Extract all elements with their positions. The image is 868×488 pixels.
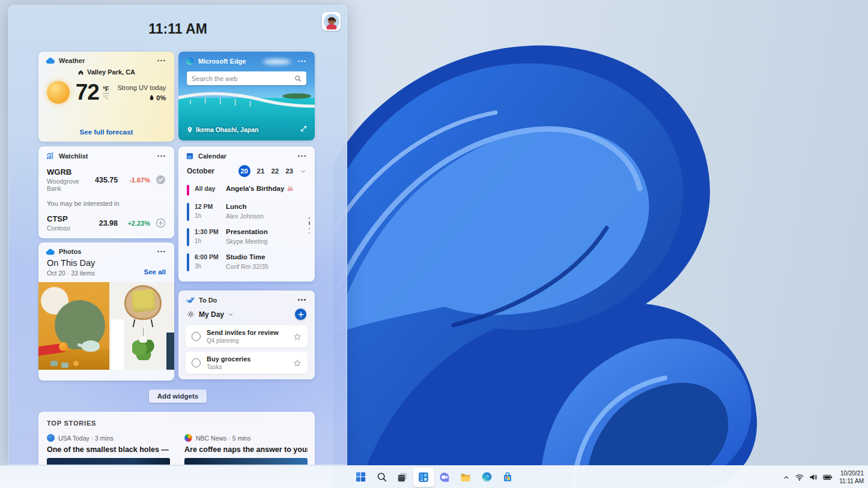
- weather-condition: Strong UV today: [118, 84, 166, 91]
- tray-chevron-up-icon[interactable]: [782, 473, 791, 481]
- story-image[interactable]: [47, 458, 170, 465]
- widget-title: To Do: [199, 297, 217, 304]
- calendar-event[interactable]: All day Angela's Birthday: [187, 185, 306, 196]
- task-list-name: Q4 planning: [207, 337, 279, 344]
- stock-change: +2.23%: [118, 220, 150, 227]
- stock-ticker: WGRB: [47, 167, 95, 176]
- weather-widget[interactable]: Weather Valley Park, CA 72 °F: [38, 52, 174, 142]
- todo-task[interactable]: Buy groceries Tasks: [186, 352, 308, 374]
- add-widgets-button[interactable]: Add widgets: [149, 390, 207, 403]
- widget-title: Microsoft Edge: [198, 58, 246, 65]
- task-checkbox[interactable]: [192, 332, 201, 341]
- widgets-button[interactable]: [413, 468, 434, 487]
- unit-toggle[interactable]: °F °C: [103, 85, 109, 100]
- search-button[interactable]: [371, 468, 392, 487]
- event-time: 6:00 PM: [195, 253, 226, 261]
- watchlist-widget[interactable]: Watchlist WGRB Woodgrove Bank 435.75 -1.…: [38, 146, 174, 238]
- task-checkbox[interactable]: [192, 358, 201, 367]
- watchlist-row[interactable]: CTSP Contoso 23.98 +2.23%: [38, 214, 174, 232]
- story-image[interactable]: [184, 458, 308, 465]
- calendar-event[interactable]: 12 PM 1h Lunch Alex Johnson: [187, 203, 306, 221]
- todo-widget[interactable]: To Do My Day: [178, 291, 315, 379]
- nbc-news-favicon: [184, 434, 192, 442]
- calendar-widget[interactable]: Calendar October 20 21 22 23: [178, 146, 315, 282]
- photos-widget[interactable]: Photos On This Day Oct 20 · 33 items See…: [38, 242, 174, 381]
- wallpaper-bloom: [333, 0, 790, 488]
- chevron-down-icon[interactable]: [300, 168, 306, 175]
- add-to-watchlist-button[interactable]: [156, 218, 166, 228]
- see-full-forecast-link[interactable]: See full forecast: [38, 128, 174, 136]
- my-day-sun-icon: [187, 310, 195, 318]
- search-input[interactable]: [192, 75, 294, 82]
- stock-ticker: CTSP: [47, 214, 70, 223]
- event-time: 12 PM: [195, 203, 226, 210]
- start-button[interactable]: [350, 468, 371, 487]
- photo-thumbnail[interactable]: [38, 282, 109, 370]
- task-view-button[interactable]: [392, 468, 413, 487]
- star-icon[interactable]: [293, 359, 302, 367]
- stock-price: 23.98: [99, 219, 118, 227]
- add-task-button[interactable]: [295, 309, 306, 320]
- panel-clock: 11:11 AM: [9, 5, 347, 37]
- calendar-date[interactable]: 21: [257, 167, 265, 175]
- sunny-icon: [47, 81, 70, 104]
- more-options-icon[interactable]: [154, 58, 167, 64]
- wifi-icon[interactable]: [795, 472, 804, 482]
- more-options-icon[interactable]: [154, 249, 167, 255]
- calendar-event[interactable]: 1:30 PM 1h Presentation Skype Meeting: [187, 228, 306, 246]
- more-options-icon[interactable]: [294, 59, 308, 64]
- avatar[interactable]: [322, 12, 341, 31]
- edge-search-box[interactable]: [187, 71, 306, 85]
- story-headline[interactable]: One of the smallest black holes — and: [47, 445, 170, 454]
- news-story[interactable]: NBC News · 5 mins Are coffee naps the an…: [184, 434, 308, 465]
- todo-list-name[interactable]: My Day: [199, 310, 224, 319]
- calendar-icon: [186, 152, 194, 160]
- tray-clock[interactable]: 10/20/21 11:11 AM: [839, 469, 864, 485]
- more-options-icon[interactable]: [294, 154, 308, 159]
- unit-fahrenheit[interactable]: °F: [103, 85, 109, 94]
- watchlist-row[interactable]: WGRB Woodgrove Bank 435.75 -1.67%: [38, 167, 174, 192]
- story-source: USA Today · 3 mins: [58, 435, 114, 442]
- temperature-value: 72: [76, 80, 99, 105]
- watchlist-chart-icon: [46, 152, 55, 160]
- more-options-icon[interactable]: [154, 154, 167, 159]
- calendar-date[interactable]: 23: [285, 167, 293, 175]
- watchlist-suggestion-label: You may be interested in: [38, 200, 174, 207]
- widgets-panel: 11:11 AM: [8, 5, 347, 465]
- event-duration: 3h: [195, 263, 226, 270]
- scroll-indicator[interactable]: [309, 217, 311, 233]
- task-title: Buy groceries: [207, 355, 250, 363]
- more-options-icon[interactable]: [294, 297, 308, 303]
- task-view-icon: [396, 471, 408, 483]
- event-color-bar: [187, 203, 189, 221]
- edge-widget[interactable]: Microsoft Edge: [178, 52, 315, 140]
- story-source: NBC News · 5 mins: [196, 435, 251, 442]
- edge-button[interactable]: [476, 468, 497, 487]
- star-icon[interactable]: [293, 333, 302, 341]
- usa-today-favicon: [47, 434, 55, 442]
- chat-button[interactable]: [434, 468, 455, 487]
- volume-icon[interactable]: [809, 472, 818, 482]
- photo-thumbnail[interactable]: [109, 282, 174, 370]
- chevron-down-icon[interactable]: [228, 312, 234, 318]
- expand-icon[interactable]: [300, 124, 308, 135]
- battery-icon[interactable]: [822, 472, 833, 482]
- watching-check-button[interactable]: [156, 175, 166, 185]
- calendar-date-selected[interactable]: 20: [238, 165, 250, 177]
- todo-task[interactable]: Send invites for review Q4 planning: [186, 325, 308, 348]
- calendar-event[interactable]: 6:00 PM 3h Studio Time Conf Rm 32/35: [187, 253, 306, 271]
- event-title: Angela's Birthday: [226, 185, 284, 192]
- todo-logo-icon: [186, 296, 195, 304]
- file-explorer-button[interactable]: [455, 468, 476, 487]
- edge-logo-icon: [186, 57, 194, 65]
- news-story[interactable]: USA Today · 3 mins One of the smallest b…: [47, 434, 170, 465]
- story-headline[interactable]: Are coffee naps the answer to your: [184, 445, 308, 454]
- photos-heading: On This Day: [47, 258, 95, 268]
- widget-title: Photos: [59, 248, 81, 255]
- calendar-date[interactable]: 22: [271, 167, 279, 175]
- see-all-link[interactable]: See all: [144, 268, 166, 277]
- unit-celsius[interactable]: °C: [103, 94, 109, 100]
- calendar-month: October: [187, 167, 214, 175]
- store-button[interactable]: [497, 468, 518, 487]
- stock-company: Woodgrove Bank: [47, 178, 95, 192]
